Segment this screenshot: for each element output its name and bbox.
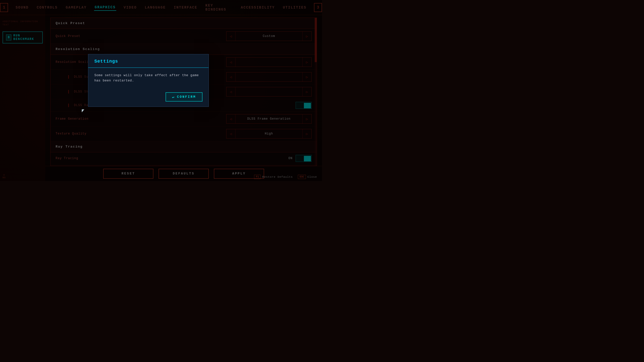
confirm-icon: ↵ bbox=[172, 95, 175, 99]
modal-title: Settings bbox=[94, 59, 118, 64]
modal-header: Settings bbox=[88, 54, 209, 68]
modal-body-text: Some settings will only take effect afte… bbox=[94, 73, 203, 83]
confirm-button[interactable]: ↵ CONFIRM bbox=[166, 92, 203, 102]
modal-overlay: Settings Some settings will only take ef… bbox=[0, 0, 322, 181]
modal-footer: ↵ CONFIRM bbox=[88, 89, 209, 107]
settings-modal: Settings Some settings will only take ef… bbox=[88, 54, 209, 107]
modal-body: Some settings will only take effect afte… bbox=[88, 68, 209, 89]
confirm-label: CONFIRM bbox=[177, 95, 196, 99]
